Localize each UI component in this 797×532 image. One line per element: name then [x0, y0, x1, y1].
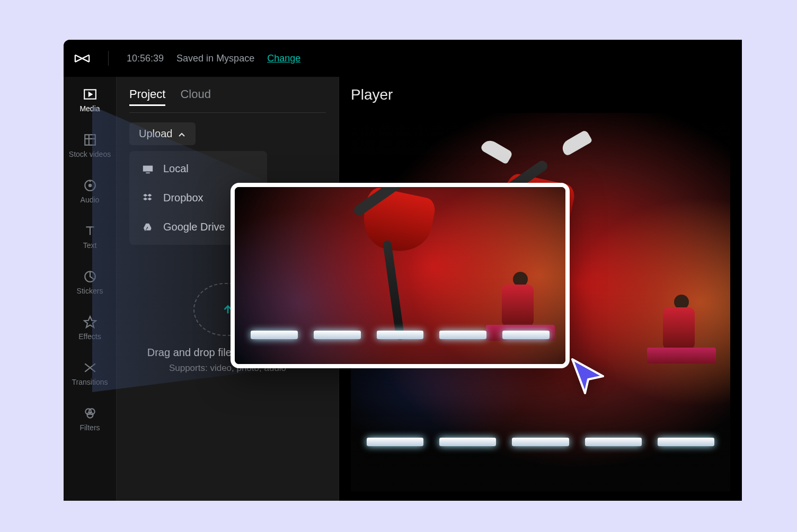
sidebar-item-label: Transitions	[72, 378, 108, 386]
media-icon	[83, 87, 97, 101]
svg-rect-9	[146, 172, 149, 173]
sidebar-item-media[interactable]: Media	[66, 82, 114, 118]
sidebar-item-label: Audio	[81, 196, 100, 204]
audio-icon	[83, 179, 97, 192]
sidebar: Media Stock videos Audio Text Stickers E…	[64, 77, 117, 501]
sidebar-item-stock-videos[interactable]: Stock videos	[66, 128, 114, 164]
sidebar-item-label: Filters	[79, 423, 100, 432]
stock-icon	[83, 133, 97, 147]
svg-rect-8	[143, 165, 153, 171]
sidebar-item-stickers[interactable]: Stickers	[66, 264, 114, 300]
dropdown-item-label: Google Drive	[163, 221, 225, 233]
player-title: Player	[351, 86, 730, 103]
dropbox-icon	[142, 192, 154, 204]
panel-tabs: Project Cloud	[129, 87, 326, 113]
sidebar-item-filters[interactable]: Filters	[66, 401, 114, 437]
save-status: Saved in Myspace	[176, 53, 254, 64]
preview-thumbnail[interactable]	[231, 183, 570, 368]
change-link[interactable]: Change	[267, 53, 300, 64]
sidebar-item-audio[interactable]: Audio	[66, 173, 114, 209]
dropdown-item-local[interactable]: Local	[129, 154, 267, 183]
transitions-icon	[83, 361, 97, 375]
dropdown-item-label: Local	[163, 163, 189, 175]
effects-icon	[83, 315, 97, 329]
sidebar-item-label: Effects	[78, 332, 101, 341]
separator	[108, 51, 109, 66]
sidebar-item-label: Stock videos	[69, 150, 111, 158]
sidebar-item-transitions[interactable]: Transitions	[66, 356, 114, 392]
sidebar-item-label: Stickers	[77, 287, 103, 295]
upload-button[interactable]: Upload	[129, 122, 196, 145]
chevron-up-icon	[178, 130, 186, 138]
sidebar-item-label: Text	[83, 241, 97, 250]
sidebar-item-text[interactable]: Text	[66, 219, 114, 255]
google-drive-icon	[142, 221, 154, 233]
upload-button-label: Upload	[139, 128, 172, 140]
filters-icon	[83, 406, 97, 420]
tab-cloud[interactable]: Cloud	[180, 87, 210, 106]
svg-point-7	[87, 412, 93, 418]
local-icon	[142, 163, 154, 175]
titlebar: 10:56:39 Saved in Myspace Change	[64, 40, 742, 77]
timestamp: 10:56:39	[127, 53, 164, 64]
sidebar-item-effects[interactable]: Effects	[66, 310, 114, 346]
app-logo-icon	[74, 53, 90, 64]
tab-project[interactable]: Project	[129, 87, 165, 106]
svg-point-3	[88, 184, 91, 187]
text-icon	[83, 224, 97, 238]
dropdown-item-label: Dropbox	[163, 192, 203, 204]
cursor-icon	[567, 355, 609, 397]
stickers-icon	[83, 270, 97, 283]
sidebar-item-label: Media	[79, 104, 100, 113]
svg-rect-1	[85, 135, 95, 145]
